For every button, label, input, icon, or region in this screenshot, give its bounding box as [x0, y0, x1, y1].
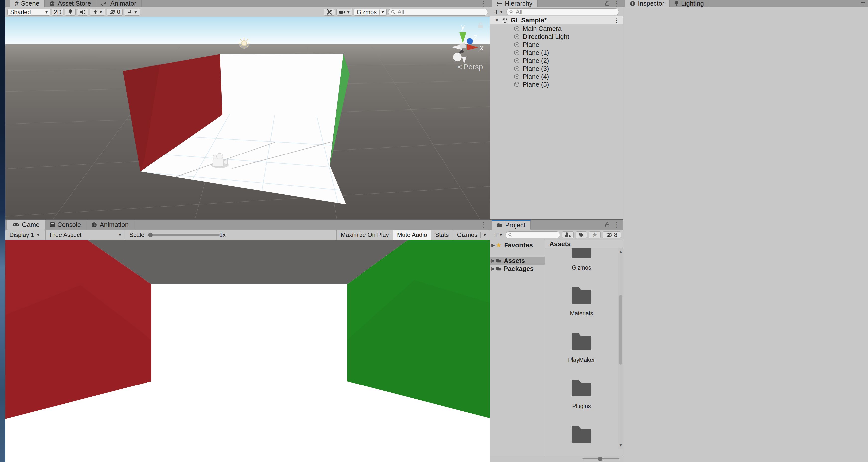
persp-arrow[interactable]: ≺ [457, 63, 463, 71]
tab-scene[interactable]: # Scene [10, 0, 44, 7]
scene-grid-dropdown[interactable]: ▾ [124, 9, 140, 16]
tab-inspector-label: Inspector [638, 0, 664, 7]
2d-toggle-button[interactable]: 2D [52, 9, 63, 16]
lock-icon[interactable] [605, 1, 610, 6]
animator-icon [101, 1, 108, 6]
tag-icon [578, 232, 584, 238]
chevron-down-icon: ▾ [500, 232, 502, 238]
hidden-packages-button[interactable]: 8 [603, 232, 621, 239]
tab-game[interactable]: Game [7, 220, 45, 229]
shading-mode-dropdown[interactable]: Shaded ▾ [7, 9, 50, 16]
hierarchy-search-input[interactable] [516, 8, 616, 16]
project-tree-favorites[interactable]: ▶ ★ Favorites [490, 241, 545, 249]
scene-effects-dropdown[interactable]: ▾ [90, 9, 105, 16]
tab-asset-store[interactable]: Asset Store [44, 0, 96, 7]
clock-icon [91, 222, 97, 228]
project-search-input[interactable] [515, 232, 557, 239]
scene-audio-toggle[interactable] [77, 9, 88, 16]
hierarchy-scene-row[interactable]: ▼ GI_Sample* ⋮ [490, 17, 623, 24]
scrollbar-thumb[interactable] [619, 295, 622, 365]
hierarchy-item-directional-light[interactable]: Directional Light [490, 33, 623, 41]
tab-console-label: Console [57, 221, 81, 228]
gameobject-cube-icon [514, 26, 520, 32]
asset-folder-label: Gizmos [546, 265, 618, 271]
directional-light-gizmo[interactable] [239, 38, 250, 49]
scene-gizmos-dropdown[interactable]: Gizmos ▾ [354, 9, 387, 16]
scroll-up-icon[interactable]: ▲ [618, 249, 623, 254]
project-scrollbar[interactable]: ▲ ▼ [618, 248, 623, 449]
filter-by-type-button[interactable] [562, 232, 574, 239]
hierarchy-item-label: Directional Light [523, 33, 569, 41]
hierarchy-search-field[interactable] [506, 8, 619, 16]
axis-sphere[interactable] [453, 53, 462, 61]
scene-row-menu-icon[interactable]: ⋮ [613, 17, 620, 24]
scale-slider[interactable] [148, 233, 216, 237]
project-tree-packages[interactable]: ▶ Packages [490, 265, 545, 273]
scene-camera-dropdown[interactable]: ▾ [336, 9, 352, 16]
tab-project[interactable]: Project [492, 220, 531, 229]
dock-window-icon[interactable] [861, 2, 865, 5]
hierarchy-item-label: Plane (5) [523, 81, 549, 89]
axis-z-sphere[interactable] [467, 38, 473, 44]
gamepad-icon [12, 222, 20, 227]
zoom-slider-knob[interactable] [598, 457, 602, 461]
scene-visibility-toggle[interactable]: 0 [106, 9, 123, 16]
eye-slash-icon [109, 9, 116, 15]
hierarchy-item-main-camera[interactable]: Main Camera [490, 25, 623, 33]
hierarchy-menu-icon[interactable]: ⋮ [613, 0, 620, 7]
project-grid: Assets Gizmos Materials [546, 240, 623, 456]
project-create-button[interactable]: + ▾ [492, 232, 503, 239]
tab-inspector[interactable]: Inspector [625, 0, 670, 7]
scroll-down-icon[interactable]: ▼ [618, 443, 623, 448]
saved-search-star-button[interactable]: ★ [589, 232, 600, 239]
project-menu-icon[interactable]: ⋮ [613, 221, 620, 228]
grid-icon [127, 9, 133, 15]
search-icon [391, 10, 396, 15]
scene-search-input[interactable] [398, 9, 485, 16]
customize-tools-button[interactable] [324, 9, 335, 16]
mute-audio-button[interactable]: Mute Audio [393, 230, 431, 240]
display-target-dropdown[interactable]: Display 1 ▾ [5, 230, 45, 240]
tab-animator[interactable]: Animator [96, 0, 142, 7]
game-toolbar: Display 1 ▾ Free Aspect ▾ Scale 1x Maxim… [5, 230, 490, 240]
game-tabbar: Game Console Animation ⋮ [5, 220, 490, 230]
thumbnail-zoom-slider[interactable] [583, 456, 619, 461]
project-search-field[interactable] [505, 232, 560, 239]
project-panel: Project ⋮ + ▾ [490, 219, 623, 462]
axis-x-label: x [480, 44, 483, 52]
lightbulb-icon [68, 9, 72, 16]
hierarchy-item-plane-1[interactable]: Plane (1) [490, 49, 623, 57]
maximize-on-play-button[interactable]: Maximize On Play [336, 230, 393, 240]
project-tree-assets[interactable]: ▶ Assets [490, 257, 545, 265]
stats-button[interactable]: Stats [431, 230, 453, 240]
hierarchy-item-plane[interactable]: Plane [490, 41, 623, 49]
info-icon [630, 1, 635, 6]
foldout-triangle-icon[interactable]: ▶ [490, 258, 496, 264]
hierarchy-item-plane-3[interactable]: Plane (3) [490, 65, 623, 72]
scale-slider-knob[interactable] [148, 233, 153, 237]
scene-search-field[interactable] [388, 9, 488, 16]
foldout-triangle-icon[interactable]: ▶ [490, 266, 496, 271]
inspector-tabbar: Inspector Lighting [623, 0, 868, 7]
game-panel-menu-icon[interactable]: ⋮ [480, 221, 487, 228]
game-gizmos-dropdown[interactable]: Gizmos ▾ [453, 230, 490, 240]
game-viewport[interactable] [5, 240, 490, 462]
scene-viewport[interactable]: y z x ≺ Persp [5, 17, 490, 219]
foldout-triangle-icon[interactable]: ▶ [490, 243, 496, 248]
persp-label[interactable]: Persp [463, 63, 483, 71]
foldout-triangle-icon[interactable]: ▼ [490, 18, 499, 23]
tab-console[interactable]: Console [45, 220, 86, 229]
filter-by-label-button[interactable] [576, 232, 587, 239]
hierarchy-create-button[interactable]: + ▾ [492, 8, 504, 16]
hierarchy-item-plane-4[interactable]: Plane (4) [490, 72, 623, 81]
chevron-down-icon: ▾ [119, 232, 121, 238]
hierarchy-item-plane-5[interactable]: Plane (5) [490, 81, 623, 89]
tab-lighting[interactable]: Lighting [670, 0, 709, 7]
tab-animation[interactable]: Animation [86, 220, 134, 229]
lock-open-icon[interactable] [605, 222, 610, 227]
scene-panel-menu-icon[interactable]: ⋮ [480, 0, 487, 7]
tab-hierarchy[interactable]: Hierarchy [492, 0, 538, 7]
hierarchy-item-plane-2[interactable]: Plane (2) [490, 57, 623, 65]
aspect-ratio-dropdown[interactable]: Free Aspect ▾ [45, 230, 125, 240]
scene-lighting-toggle[interactable] [65, 9, 76, 16]
